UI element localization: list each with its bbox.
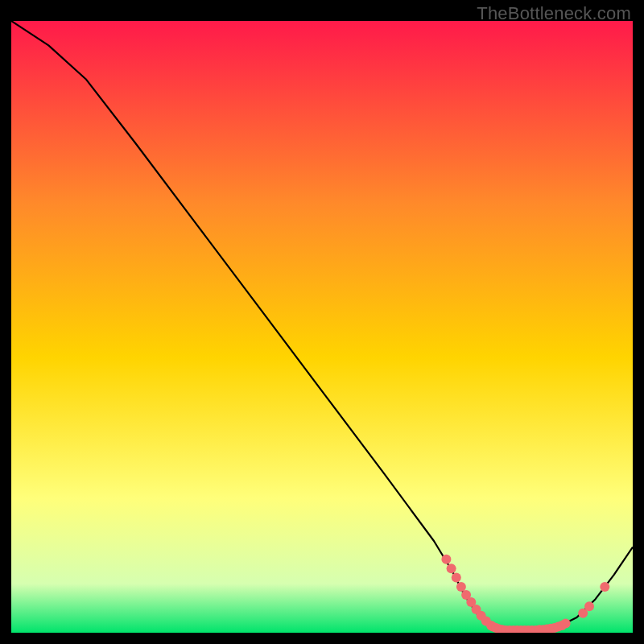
data-marker — [441, 555, 451, 564]
data-marker — [600, 582, 609, 592]
bottleneck-chart — [11, 21, 633, 633]
gradient-background — [11, 21, 633, 633]
watermark-text: TheBottleneck.com — [477, 3, 631, 24]
data-marker — [452, 573, 461, 583]
chart-frame — [11, 21, 633, 633]
data-marker — [456, 582, 466, 592]
data-marker — [584, 601, 594, 611]
data-marker — [447, 564, 456, 573]
data-marker — [561, 619, 571, 629]
